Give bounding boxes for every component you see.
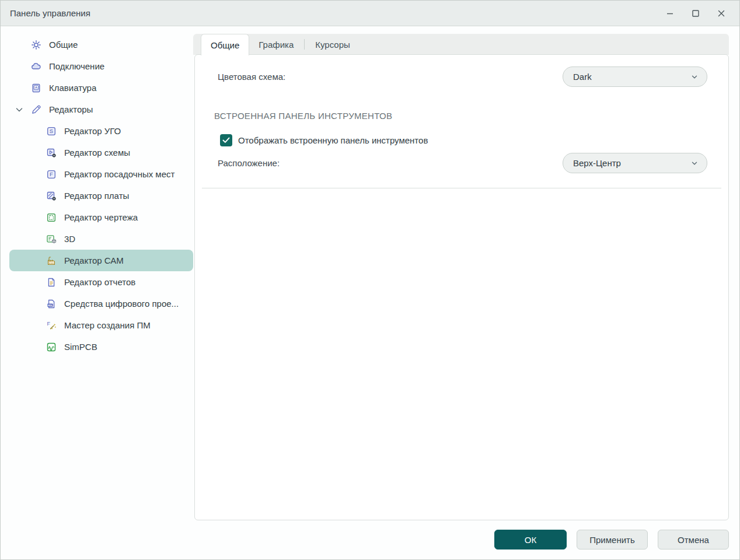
drawing-editor-icon xyxy=(46,212,57,223)
apply-button[interactable]: Применить xyxy=(577,530,648,550)
close-button[interactable] xyxy=(713,5,730,22)
sidebar-item-simpcb[interactable]: SimPCB xyxy=(9,336,193,358)
chevron-spacer xyxy=(15,191,24,201)
footprint-wizard-icon: F xyxy=(46,320,57,331)
sidebar-item-label: SimPCB xyxy=(64,342,101,352)
svg-text:F: F xyxy=(50,171,53,177)
position-value: Верх-Центр xyxy=(573,158,621,168)
sidebar-item-label: Общие xyxy=(49,40,81,50)
chevron-spacer xyxy=(15,256,24,265)
tab-общие[interactable]: Общие xyxy=(201,34,249,55)
cam-editor-icon xyxy=(46,256,57,266)
sidebar-item-label: Редактор чертежа xyxy=(64,212,141,222)
chevron-spacer xyxy=(15,62,24,71)
svg-text:A: A xyxy=(35,86,38,89)
sidebar-item-редактор-чертежа[interactable]: Редактор чертежа xyxy=(9,206,193,228)
sidebar-item-3d[interactable]: 3D xyxy=(9,228,193,250)
main-panel: ОбщиеГрафикаКурсоры Цветовая схема: Dark… xyxy=(193,27,739,559)
show-toolbar-checkbox[interactable] xyxy=(220,134,232,146)
cancel-button[interactable]: Отмена xyxy=(658,530,729,550)
tab-strip: ОбщиеГрафикаКурсоры xyxy=(193,34,729,55)
maximize-icon xyxy=(692,9,700,18)
chevron-spacer xyxy=(15,321,24,330)
sidebar-item-label: Редактор платы xyxy=(64,191,132,201)
sidebar-item-редактор-посадочных-мест[interactable]: FРедактор посадочных мест xyxy=(9,163,193,185)
minimize-icon xyxy=(666,9,674,18)
svg-text:HDL: HDL xyxy=(48,303,53,306)
gear-icon xyxy=(31,40,41,50)
sidebar-item-label: Редактор отчетов xyxy=(64,277,139,287)
footprint-editor-icon: F xyxy=(46,169,57,180)
ok-button[interactable]: ОК xyxy=(494,530,567,550)
chevron-spacer xyxy=(15,170,24,179)
sidebar-item-label: Клавиатура xyxy=(49,83,100,93)
chevron-down-icon xyxy=(690,73,699,81)
sidebar-item-label: 3D xyxy=(64,234,79,244)
titlebar: Панель управления xyxy=(1,1,739,26)
sidebar-item-редактор-схемы[interactable]: Редактор схемы xyxy=(9,142,193,163)
window-body: ОбщиеПодключениеAКлавиатураРедакторыSРед… xyxy=(1,27,739,559)
settings-card: Цветовая схема: Dark ВСТРОЕННАЯ ПАНЕЛЬ И… xyxy=(194,54,729,520)
board-editor-icon xyxy=(46,191,57,201)
sidebar-item-редакторы[interactable]: Редакторы xyxy=(9,99,193,120)
cloud-icon xyxy=(31,61,41,72)
show-toolbar-label: Отображать встроенную панель инструменто… xyxy=(238,135,428,145)
tab-курсоры[interactable]: Курсоры xyxy=(306,34,359,55)
chevron-spacer xyxy=(15,83,24,93)
chevron-spacer xyxy=(15,213,24,222)
svg-text:F: F xyxy=(47,321,50,327)
sidebar-item-клавиатура[interactable]: AКлавиатура xyxy=(9,77,193,99)
sidebar-item-label: Редактор посадочных мест xyxy=(64,169,178,179)
position-label: Расположение: xyxy=(218,153,280,173)
sidebar-item-label: Подключение xyxy=(49,61,108,71)
sidebar-item-label: Редактор УГО xyxy=(64,126,124,136)
simpcb-icon xyxy=(46,342,57,352)
sidebar-item-label: Редактор САМ xyxy=(64,256,127,265)
sidebar-item-общие[interactable]: Общие xyxy=(9,34,193,55)
tab-separator xyxy=(304,39,305,50)
close-icon xyxy=(717,9,725,18)
sidebar-item-label: Редактор схемы xyxy=(64,148,134,158)
show-toolbar-row: Отображать встроенную панель инструменто… xyxy=(220,134,428,146)
sidebar-item-редактор-отчетов[interactable]: Редактор отчетов xyxy=(9,271,193,293)
toolbar-section-title: ВСТРОЕННАЯ ПАНЕЛЬ ИНСТРУМЕНТОВ xyxy=(214,111,392,121)
chevron-spacer xyxy=(15,278,24,287)
color-scheme-value: Dark xyxy=(573,72,592,82)
settings-sidebar: ОбщиеПодключениеAКлавиатураРедакторыSРед… xyxy=(1,27,193,559)
keyboard-icon: A xyxy=(31,83,41,93)
svg-text:S: S xyxy=(50,128,53,134)
chevron-spacer xyxy=(15,127,24,136)
color-scheme-label: Цветовая схема: xyxy=(218,66,285,87)
color-scheme-select[interactable]: Dark xyxy=(563,66,707,87)
sidebar-item-label: Мастер создания ПМ xyxy=(64,320,154,330)
chevron-down-icon xyxy=(690,159,699,167)
footer-buttons: ОК Применить Отмена xyxy=(494,530,729,550)
report-editor-icon xyxy=(46,277,57,288)
sidebar-item-мастер-создания-пм[interactable]: FМастер создания ПМ xyxy=(9,314,193,336)
position-select[interactable]: Верх-Центр xyxy=(563,153,707,173)
schematic-editor-icon xyxy=(46,148,57,158)
chevron-spacer xyxy=(15,342,24,352)
sidebar-item-средства-цифрового-прое[interactable]: HDLСредства цифрового прое... xyxy=(9,293,193,314)
pencil-icon xyxy=(31,104,41,115)
sidebar-item-label: Редакторы xyxy=(49,104,96,114)
chevron-spacer xyxy=(15,148,24,158)
expander-chevron-icon[interactable] xyxy=(15,105,24,114)
sidebar-item-подключение[interactable]: Подключение xyxy=(9,55,193,77)
minimize-button[interactable] xyxy=(661,5,679,22)
symbol-editor-icon: S xyxy=(46,126,57,136)
hdl-icon: HDL xyxy=(46,299,57,309)
sidebar-item-редактор-уго[interactable]: SРедактор УГО xyxy=(9,120,193,142)
three-d-icon xyxy=(46,234,57,244)
chevron-spacer xyxy=(15,40,24,50)
tab-графика[interactable]: Графика xyxy=(249,34,303,55)
chevron-spacer xyxy=(15,299,24,309)
sidebar-item-редактор-платы[interactable]: Редактор платы xyxy=(9,185,193,206)
sidebar-item-редактор-сам[interactable]: Редактор САМ xyxy=(9,250,193,271)
sidebar-item-label: Средства цифрового прое... xyxy=(64,299,182,309)
window-controls xyxy=(661,5,730,22)
chevron-spacer xyxy=(15,235,24,244)
maximize-button[interactable] xyxy=(687,5,704,22)
control-panel-window: Панель управления ОбщиеПодключениеAКлави… xyxy=(0,0,740,560)
section-divider xyxy=(202,188,721,188)
